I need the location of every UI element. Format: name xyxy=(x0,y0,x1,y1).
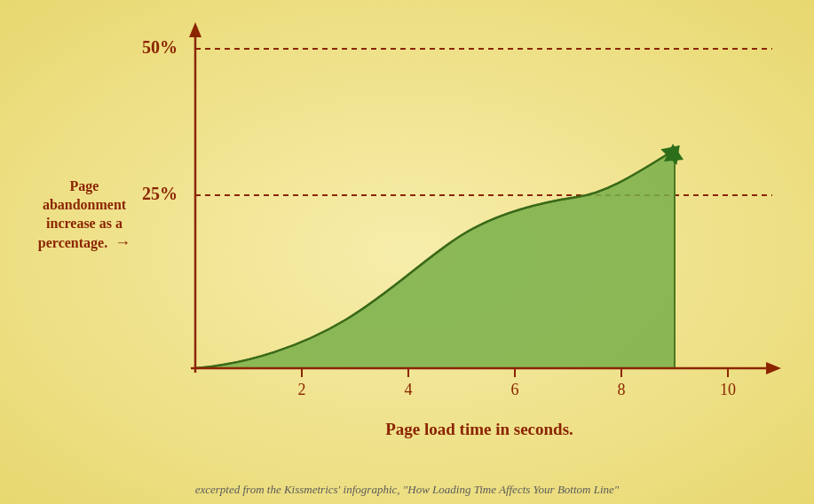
x-axis-title: Page load time in seconds. xyxy=(385,420,573,438)
tick-label-2: 2 xyxy=(298,381,306,398)
tick-label-4: 4 xyxy=(405,381,413,398)
chart-svg: 2 4 6 8 10 50% 25% Page load time in sec… xyxy=(0,0,814,504)
caption: excerpted from the Kissmetrics' infograp… xyxy=(0,483,814,497)
tick-label-6: 6 xyxy=(511,381,519,398)
tick-label-10: 10 xyxy=(720,381,736,398)
y-label-25: 25% xyxy=(142,184,178,203)
tick-label-8: 8 xyxy=(618,381,626,398)
y-label-50: 50% xyxy=(142,37,178,57)
caption-text: excerpted from the Kissmetrics' infograp… xyxy=(195,483,620,496)
